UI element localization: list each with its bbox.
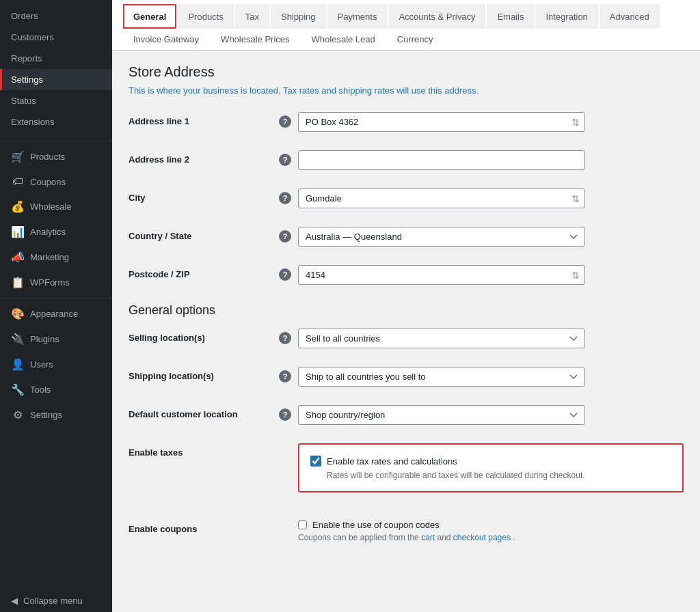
enable-coupons-checkbox[interactable]: [298, 520, 307, 529]
sidebar-item-wholesale[interactable]: 💰 Wholesale: [0, 194, 112, 219]
sidebar-item-coupons-label: Coupons: [30, 177, 66, 187]
sidebar-item-tools[interactable]: 🔧 Tools: [0, 377, 112, 402]
sidebar-item-wpforms[interactable]: 📋 WPForms: [0, 270, 112, 295]
plugins-icon: 🔌: [11, 333, 25, 346]
postcode-input[interactable]: [298, 265, 585, 285]
spinner-icon-city: ⇅: [571, 193, 580, 204]
enable-taxes-row: Enable taxes Enable tax rates and calcul…: [129, 443, 684, 506]
spinner-icon-postcode: ⇅: [571, 270, 580, 281]
store-address-description: This is where your business is located. …: [129, 85, 684, 96]
sidebar-item-customers[interactable]: Customers: [0, 27, 112, 48]
city-input[interactable]: [298, 189, 585, 208]
country-state-select[interactable]: Australia — Queensland United States Uni…: [298, 227, 585, 247]
sidebar-item-products[interactable]: 🛒 Products: [0, 144, 112, 169]
coupon-checkout-link[interactable]: checkout pages: [453, 533, 511, 542]
postcode-help[interactable]: ?: [279, 265, 298, 281]
sidebar-item-marketing[interactable]: 📣 Marketing: [0, 245, 112, 270]
address-line1-row: Address line 1 ? ⇅: [129, 112, 684, 137]
shipping-locations-field: Ship to all countries you sell to Ship t…: [298, 367, 684, 387]
default-customer-location-help[interactable]: ?: [279, 405, 298, 421]
enable-taxes-field: Enable tax rates and calculations Rates …: [298, 443, 684, 506]
settings-icon: ⚙: [11, 408, 25, 421]
coupon-desc-after: .: [513, 533, 515, 542]
default-customer-location-select[interactable]: Shop country/region No location by defau…: [298, 405, 585, 425]
help-icon-postcode[interactable]: ?: [279, 268, 291, 281]
tab-wholesale-prices[interactable]: Wholesale Prices: [211, 28, 299, 51]
tab-wholesale-lead[interactable]: Wholesale Lead: [301, 28, 386, 51]
help-icon-address1[interactable]: ?: [279, 115, 291, 128]
sidebar-item-coupons[interactable]: 🏷 Coupons: [0, 169, 112, 194]
sidebar-item-status[interactable]: Status: [0, 90, 112, 111]
sidebar-item-plugins[interactable]: 🔌 Plugins: [0, 326, 112, 352]
address-line1-field: ⇅: [298, 112, 684, 132]
selling-locations-select[interactable]: Sell to all countries Sell to specific c…: [298, 329, 585, 348]
selling-locations-help[interactable]: ?: [279, 329, 298, 344]
enable-coupons-help: [279, 520, 298, 523]
address-line2-help[interactable]: ?: [279, 150, 298, 166]
tab-currency[interactable]: Currency: [387, 28, 444, 51]
tab-integration[interactable]: Integration: [535, 4, 597, 29]
tab-advanced[interactable]: Advanced: [600, 4, 660, 29]
sidebar: Orders Customers Reports Settings Status…: [0, 0, 112, 612]
tabs-row-1: General Products Tax Shipping Payments A…: [123, 0, 689, 28]
help-icon-shipping[interactable]: ?: [279, 370, 291, 382]
postcode-row: Postcode / ZIP ? ⇅: [129, 265, 684, 290]
shipping-locations-help[interactable]: ?: [279, 367, 298, 382]
sidebar-item-plugins-label: Plugins: [30, 334, 59, 344]
address-line1-input-wrapper: ⇅: [298, 112, 585, 132]
city-help[interactable]: ?: [279, 189, 298, 204]
collapse-menu-button[interactable]: ◀ Collapse menu: [0, 589, 112, 612]
sidebar-item-analytics[interactable]: 📊 Analytics: [0, 219, 112, 245]
tab-tax[interactable]: Tax: [235, 4, 269, 29]
collapse-menu-label: Collapse menu: [23, 596, 83, 606]
sidebar-item-products-label: Products: [30, 152, 65, 162]
analytics-icon: 📊: [11, 225, 25, 238]
help-icon-customer-location[interactable]: ?: [279, 408, 291, 421]
collapse-icon: ◀: [11, 596, 18, 606]
sidebar-item-reports[interactable]: Reports: [0, 48, 112, 69]
enable-taxes-checkbox[interactable]: [310, 456, 321, 467]
help-icon-city[interactable]: ?: [279, 192, 291, 204]
spinner-icon-address1: ⇅: [571, 117, 580, 128]
sidebar-item-appearance[interactable]: 🎨 Appearance: [0, 301, 112, 326]
sidebar-item-extensions[interactable]: Extensions: [0, 111, 112, 133]
tab-shipping[interactable]: Shipping: [271, 4, 326, 29]
postcode-label: Postcode / ZIP: [129, 265, 279, 279]
sidebar-divider: [0, 141, 112, 141]
help-icon-address2[interactable]: ?: [279, 154, 291, 166]
city-field: ⇅: [298, 189, 684, 208]
address-line1-label: Address line 1: [129, 112, 279, 126]
address-line2-row: Address line 2 ?: [129, 150, 684, 175]
selling-locations-label: Selling location(s): [129, 329, 279, 343]
address-line1-help[interactable]: ?: [279, 112, 298, 128]
sidebar-item-settings-menu-label: Settings: [30, 410, 62, 420]
coupons-icon: 🏷: [11, 176, 25, 188]
sidebar-item-settings-menu[interactable]: ⚙ Settings: [0, 402, 112, 428]
help-icon-country[interactable]: ?: [279, 230, 291, 242]
enable-coupons-field: Enable the use of coupon codes Coupons c…: [298, 520, 684, 542]
coupon-cart-link[interactable]: cart: [421, 533, 435, 542]
shipping-locations-select[interactable]: Ship to all countries you sell to Ship t…: [298, 367, 585, 387]
city-input-wrapper: ⇅: [298, 189, 585, 208]
tab-general[interactable]: General: [123, 4, 176, 29]
address-line2-input[interactable]: [298, 150, 585, 170]
tab-payments[interactable]: Payments: [327, 4, 388, 29]
sidebar-item-settings[interactable]: Settings: [0, 69, 112, 90]
tab-emails[interactable]: Emails: [487, 4, 534, 29]
tab-invoice-gateway[interactable]: Invoice Gateway: [123, 28, 209, 51]
sidebar-item-users[interactable]: 👤 Users: [0, 352, 112, 377]
tab-products[interactable]: Products: [178, 4, 233, 29]
help-icon-selling[interactable]: ?: [279, 332, 291, 344]
enable-taxes-help: [279, 443, 298, 446]
tab-accounts-privacy[interactable]: Accounts & Privacy: [388, 4, 485, 29]
address-line1-input[interactable]: [298, 112, 585, 132]
coupon-desc-before: Coupons can be applied from the: [298, 533, 419, 542]
selling-locations-row: Selling location(s) ? Sell to all countr…: [129, 329, 684, 353]
default-customer-location-label: Default customer location: [129, 405, 279, 419]
country-state-help[interactable]: ?: [279, 227, 298, 242]
sidebar-item-wpforms-label: WPForms: [30, 277, 70, 288]
sidebar-item-orders[interactable]: Orders: [0, 5, 112, 27]
general-options-title: General options: [129, 303, 684, 318]
tabs-container: General Products Tax Shipping Payments A…: [112, 0, 700, 51]
main-content: General Products Tax Shipping Payments A…: [112, 0, 700, 612]
